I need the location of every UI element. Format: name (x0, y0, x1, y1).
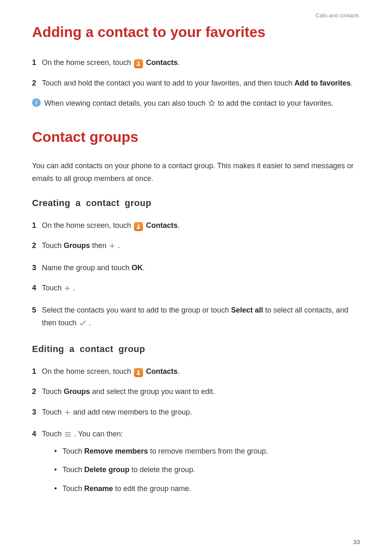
select-all-label: Select all (231, 306, 263, 314)
remove-members-label: Remove members (84, 447, 148, 455)
groups-label: Groups (64, 241, 90, 250)
text: On the home screen, touch (42, 58, 133, 67)
text: . (143, 264, 145, 272)
text: Touch (42, 241, 64, 250)
editing-bullet-remove: Touch Remove members to remove members f… (54, 445, 360, 458)
text: to remove members from the group. (148, 447, 268, 455)
creating-step-5: Select the contacts you want to add to t… (32, 304, 360, 331)
text: Touch (62, 484, 84, 493)
text: When viewing contact details, you can al… (44, 99, 208, 107)
favorites-step-2: Touch and hold the contact you want to a… (32, 77, 360, 90)
creating-step-2: Touch Groups then . (32, 239, 360, 254)
contacts-label: Contacts (146, 58, 178, 67)
text: then (90, 241, 108, 250)
text: Touch and hold the contact you want to a… (42, 79, 294, 87)
creating-step-3: Name the group and touch OK. (32, 262, 360, 275)
check-icon (78, 318, 87, 331)
editing-step-2: Touch Groups and select the group you wa… (32, 385, 360, 398)
text: . (178, 221, 180, 229)
text: Touch (42, 430, 64, 438)
contacts-app-icon (134, 59, 143, 68)
page-number: 33 (353, 538, 360, 545)
text: Name the group and touch (42, 264, 131, 272)
text: . You can then: (74, 430, 123, 438)
section-title-favorites: Adding a contact to your favorites (32, 23, 360, 41)
contacts-label: Contacts (146, 367, 178, 375)
contacts-label: Contacts (146, 221, 178, 229)
delete-group-label: Delete group (84, 466, 129, 474)
creating-step-1: On the home screen, touch Contacts. (32, 219, 360, 232)
star-outline-icon (208, 99, 216, 112)
text: . (178, 58, 180, 67)
contacts-app-icon (134, 222, 143, 231)
text: . (178, 367, 180, 375)
text: Touch (62, 447, 84, 455)
text: and select the group you want to edit. (90, 387, 215, 396)
svg-point-0 (138, 62, 140, 64)
page-header-breadcrumb: Calls and contacts (32, 12, 360, 19)
editing-step-1: On the home screen, touch Contacts. (32, 365, 360, 378)
text: . (350, 79, 353, 87)
contacts-app-icon (134, 368, 143, 377)
menu-icon (64, 429, 72, 442)
subsection-creating-group: Creating a contact group (32, 198, 360, 208)
subsection-editing-group: Editing a contact group (32, 344, 360, 354)
text: Touch (42, 284, 64, 292)
text: and add new members to the group. (73, 408, 192, 416)
text: Select the contacts you want to add to t… (42, 306, 231, 314)
text: Touch (42, 408, 64, 416)
plus-icon (108, 241, 116, 254)
text: to edit the group name. (113, 484, 191, 493)
contact-groups-intro: You can add contacts on your phone to a … (32, 160, 360, 185)
favorites-step-1: On the home screen, touch Contacts. (32, 56, 360, 70)
info-note: i When viewing contact details, you can … (32, 97, 360, 112)
plus-icon (64, 283, 71, 297)
editing-step-3: Touch and add new members to the group. (32, 406, 360, 421)
text: to add the contact to your favorites. (218, 99, 333, 107)
rename-label: Rename (84, 484, 113, 493)
editing-bullet-rename: Touch Rename to edit the group name. (54, 482, 360, 496)
text: . (87, 319, 91, 327)
ok-label: OK (131, 264, 143, 272)
creating-step-4: Touch . (32, 282, 360, 297)
plus-icon (64, 408, 71, 421)
text: to delete the group. (129, 466, 195, 474)
svg-point-6 (138, 371, 140, 373)
add-to-favorites-label: Add to favorites (294, 79, 350, 87)
svg-point-1 (138, 225, 140, 227)
text: Touch (62, 466, 84, 474)
text: On the home screen, touch (42, 367, 133, 375)
editing-bullet-delete: Touch Delete group to delete the group. (54, 463, 360, 477)
text: Touch (42, 387, 64, 396)
editing-step-4: Touch . You can then: Touch Remove membe… (32, 428, 360, 495)
section-title-contact-groups: Contact groups (32, 128, 360, 146)
groups-label: Groups (64, 387, 90, 396)
text: . (71, 284, 75, 292)
info-icon: i (32, 98, 41, 107)
text: On the home screen, touch (42, 221, 133, 229)
text: . (116, 241, 120, 250)
